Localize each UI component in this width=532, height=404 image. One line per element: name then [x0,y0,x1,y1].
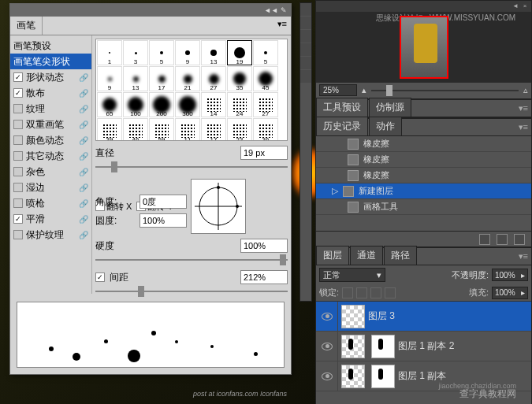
checkbox[interactable] [13,135,23,145]
spacing-input[interactable] [240,270,288,284]
brush-preset[interactable]: 100 [123,92,148,117]
panel-menu-icon[interactable]: ▾≡ [515,100,531,117]
diameter-input[interactable] [240,146,288,160]
sidebar-item[interactable]: 杂色🔗 [10,164,91,180]
history-item[interactable]: ▷新建图层 [316,183,531,199]
spacing-checkbox[interactable]: ✓ [95,272,105,282]
brush-preset[interactable]: 13 [201,40,226,65]
blend-mode-select[interactable]: 正常▾ [319,268,385,282]
layer-mask-thumbnail[interactable] [371,365,395,388]
link-icon[interactable]: 🔗 [79,105,88,113]
brush-preset[interactable]: 45 [253,66,278,91]
checkbox[interactable] [13,183,23,192]
checkbox[interactable]: ✓ [13,214,23,224]
snapshot-icon[interactable] [479,234,490,245]
angle-widget[interactable] [191,179,246,234]
brush-preset[interactable]: 300 [175,92,200,117]
brush-preset[interactable]: 11 [175,118,200,141]
history-item[interactable]: 橡皮擦 [316,152,531,168]
layer-thumbnail[interactable] [341,305,365,328]
brush-preset[interactable]: 23 [227,118,252,141]
link-icon[interactable]: 🔗 [79,199,88,208]
brush-preset[interactable]: 17 [201,118,226,141]
link-icon[interactable]: 🔗 [79,215,88,224]
visibility-toggle[interactable] [316,302,338,332]
tab-layers[interactable]: 图层 [316,246,349,265]
brush-preset[interactable]: 39 [97,118,122,141]
lock-move-icon[interactable] [370,287,381,298]
link-icon[interactable]: 🔗 [79,89,88,98]
zoom-in-icon[interactable]: ▵ [523,85,528,95]
link-icon[interactable]: 🔗 [79,183,88,192]
sidebar-item[interactable]: 保护纹理🔗 [10,227,91,243]
sidebar-item[interactable]: ✓形状动态🔗 [10,69,91,85]
brush-tool-icon[interactable]: ✎ [279,6,288,15]
hardness-slider[interactable] [95,254,288,265]
link-icon[interactable]: 🔗 [79,152,88,161]
history-item[interactable]: 橡皮擦 [316,168,531,183]
sidebar-item[interactable]: ✓平滑🔗 [10,211,91,227]
lock-pixels-icon[interactable] [342,287,353,298]
sidebar-item[interactable]: 其它动态🔗 [10,148,91,164]
tab-actions[interactable]: 动作 [369,117,402,135]
fill-input[interactable]: 100%▸ [492,287,528,299]
checkbox[interactable] [13,151,23,161]
tab-brush[interactable]: 画笔 [10,17,43,35]
hardness-input[interactable] [240,239,288,253]
sidebar-item[interactable]: 双重画笔🔗 [10,117,91,132]
checkbox[interactable] [13,120,23,129]
checkbox[interactable]: ✓ [13,88,23,98]
panel-menu-icon[interactable]: ▾≡ [515,119,531,135]
close-icon[interactable]: × [521,2,529,10]
brush-preset[interactable]: 9 [97,66,122,91]
layer-name[interactable]: 图层 3 [368,309,395,323]
brush-preset[interactable]: 27 [201,66,226,91]
tab-tool-presets[interactable]: 工具预设 [316,98,368,117]
panel-menu-icon[interactable]: ▾≡ [515,248,531,265]
zoom-out-icon[interactable]: ▴ [362,85,366,95]
panel-title-bar[interactable]: ◄◄ ✎ [10,4,291,17]
checkbox[interactable] [13,198,23,208]
panel-menu-icon[interactable]: ▾≡ [277,19,287,32]
layer-item[interactable]: 图层 3 [316,302,531,332]
lock-brush-icon[interactable] [356,287,367,298]
link-icon[interactable]: 🔗 [79,168,88,176]
navigator-preview[interactable]: 思缘设计论坛 WWW.MISSYUAN.COM [316,12,531,83]
spacing-slider[interactable] [95,286,288,297]
sidebar-preset[interactable]: 画笔预设 [10,38,91,54]
sidebar-item[interactable]: 湿边🔗 [10,180,91,195]
checkbox[interactable] [13,230,23,239]
zoom-input[interactable]: 25% [319,84,357,96]
brush-preset[interactable]: 27 [253,92,278,117]
brush-preset[interactable]: 24 [227,92,252,117]
collapse-icon[interactable]: ◄◄ [266,6,276,15]
checkbox[interactable]: ✓ [13,72,23,82]
roundness-input[interactable] [140,213,187,228]
tab-clone-source[interactable]: 仿制源 [369,98,411,117]
visibility-toggle[interactable] [316,332,338,361]
visibility-toggle[interactable] [316,361,338,391]
navigator-viewport[interactable] [400,16,448,79]
sidebar-item[interactable]: 画笔笔尖形状 [10,54,91,69]
history-item[interactable]: 橡皮擦 [316,136,531,152]
brush-preset[interactable]: 17 [149,66,174,91]
tab-channels[interactable]: 通道 [350,246,383,265]
brush-preset[interactable]: 59 [149,118,174,141]
brush-preset[interactable]: 3 [123,40,148,65]
lock-all-icon[interactable] [385,287,396,298]
tab-history[interactable]: 历史记录 [316,117,368,135]
link-icon[interactable]: 🔗 [79,136,88,145]
brush-preset[interactable]: 65 [97,92,122,117]
angle-input[interactable] [140,195,187,209]
link-icon[interactable]: 🔗 [79,120,88,129]
new-snapshot-icon[interactable] [497,234,508,245]
brush-preset[interactable]: 21 [175,66,200,91]
history-item[interactable]: 画格工具 [316,199,531,215]
link-icon[interactable]: 🔗 [79,231,88,239]
link-icon[interactable]: 🔗 [79,73,88,82]
brush-preset[interactable]: 14 [201,92,226,117]
brush-preset[interactable]: 36 [253,118,278,141]
diameter-slider[interactable] [95,161,288,172]
layer-mask-thumbnail[interactable] [371,335,395,358]
layer-thumbnail[interactable] [341,365,365,388]
